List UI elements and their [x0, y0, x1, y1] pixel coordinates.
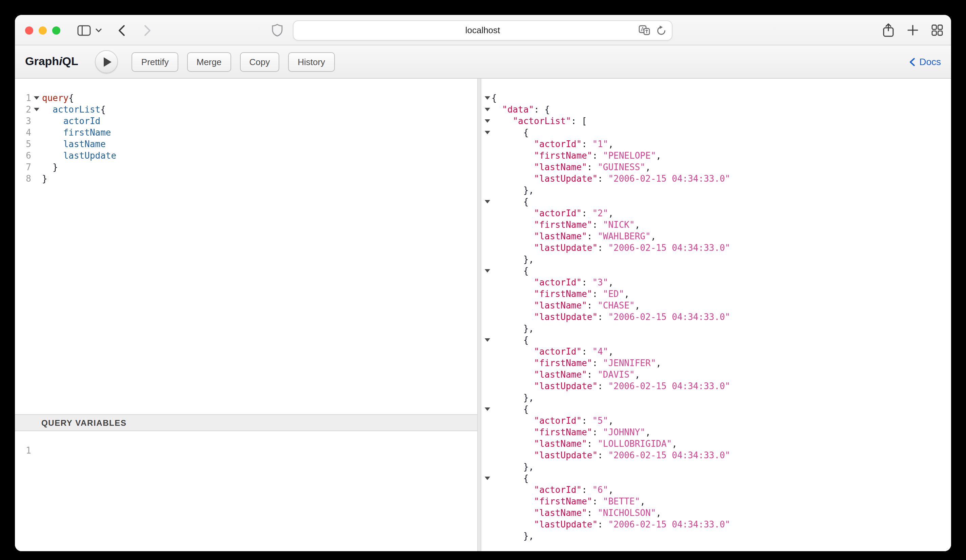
- copy-button[interactable]: Copy: [240, 52, 279, 72]
- variables-editor[interactable]: 1: [15, 431, 477, 551]
- fold-arrow-icon[interactable]: [34, 108, 39, 111]
- fold-gutter: [483, 173, 491, 184]
- code-line: },: [483, 530, 951, 542]
- browser-titlebar: localhost A: [15, 15, 951, 46]
- fold-gutter: [483, 161, 491, 173]
- code-line: },: [483, 392, 951, 403]
- code-line: 7 }: [15, 161, 477, 173]
- share-icon[interactable]: [882, 23, 894, 37]
- translate-icon[interactable]: A: [639, 25, 650, 35]
- fold-arrow-icon[interactable]: [485, 407, 490, 411]
- code-text: },: [491, 184, 534, 196]
- code-line: "firstName": "PENELOPE",: [483, 150, 951, 161]
- fold-arrow-icon[interactable]: [485, 200, 490, 204]
- new-tab-icon[interactable]: [907, 25, 918, 36]
- zoom-window-button[interactable]: [52, 26, 60, 34]
- code-line: },: [483, 461, 951, 473]
- code-line: },: [483, 323, 951, 334]
- close-window-button[interactable]: [25, 26, 33, 34]
- code-line: "lastUpdate": "2006-02-15 04:34:33.0": [483, 450, 951, 461]
- code-text: "lastUpdate": "2006-02-15 04:34:33.0": [491, 519, 730, 530]
- fold-gutter: [483, 127, 491, 138]
- code-line: "lastUpdate": "2006-02-15 04:34:33.0": [483, 380, 951, 392]
- browser-window: localhost A: [15, 15, 951, 551]
- address-bar[interactable]: localhost A: [293, 20, 672, 40]
- query-editor[interactable]: 1query{2 actorList{3 actorId4 firstName5…: [15, 79, 477, 414]
- fold-arrow-icon[interactable]: [485, 119, 490, 123]
- code-line: 8}: [15, 173, 477, 184]
- fold-gutter: [31, 127, 42, 138]
- line-number: 3: [15, 115, 31, 127]
- fold-gutter: [31, 173, 42, 184]
- prettify-button[interactable]: Prettify: [132, 52, 178, 72]
- play-icon: [104, 57, 112, 67]
- execute-button[interactable]: [95, 50, 118, 73]
- code-text: "lastName": "LOLLOBRIGIDA",: [491, 438, 677, 450]
- code-line: "lastName": "WAHLBERG",: [483, 230, 951, 242]
- fold-arrow-icon[interactable]: [485, 338, 490, 342]
- address-bar-icons: A: [639, 21, 666, 39]
- address-text: localhost: [465, 25, 500, 35]
- fold-gutter: [483, 311, 491, 323]
- code-text: query{: [42, 92, 74, 104]
- docs-link[interactable]: Docs: [909, 56, 941, 67]
- line-number: 6: [15, 150, 31, 161]
- fold-gutter: [483, 473, 491, 484]
- fold-gutter: [483, 150, 491, 161]
- chevron-left-icon: [909, 57, 915, 66]
- code-line: 5 lastName: [15, 138, 477, 150]
- code-text: "data": {: [491, 104, 550, 115]
- shield-icon[interactable]: [272, 15, 283, 46]
- code-line: "actorId": "3",: [483, 277, 951, 288]
- code-text: },: [491, 323, 534, 334]
- code-text: "lastName": "NICHOLSON",: [491, 507, 661, 519]
- merge-button[interactable]: Merge: [187, 52, 231, 72]
- fold-gutter: [483, 184, 491, 196]
- code-text: lastUpdate: [42, 150, 116, 161]
- code-line: {: [483, 403, 951, 415]
- fold-arrow-icon[interactable]: [485, 269, 490, 273]
- forward-icon[interactable]: [144, 15, 151, 46]
- code-line: "lastUpdate": "2006-02-15 04:34:33.0": [483, 519, 951, 530]
- chevron-down-icon[interactable]: [95, 28, 102, 32]
- reload-icon[interactable]: [656, 25, 666, 36]
- fold-gutter: [483, 265, 491, 277]
- fold-arrow-icon[interactable]: [34, 96, 39, 100]
- screen: localhost A: [0, 0, 966, 560]
- code-text: "actorId": "6",: [491, 484, 613, 496]
- fold-arrow-icon[interactable]: [485, 96, 490, 100]
- variables-editor-lines: 1: [15, 445, 477, 456]
- code-text: "actorList": [: [491, 115, 587, 127]
- code-line: 6 lastUpdate: [15, 150, 477, 161]
- code-text: "actorId": "1",: [491, 138, 613, 150]
- fold-gutter: [483, 138, 491, 150]
- code-line: "actorId": "6",: [483, 484, 951, 496]
- fold-gutter: [31, 115, 42, 127]
- fold-gutter: [483, 104, 491, 115]
- sidebar-controls: [77, 15, 102, 46]
- line-number: 7: [15, 161, 31, 173]
- code-text: {: [491, 196, 529, 207]
- code-text: },: [491, 530, 534, 542]
- tab-overview-icon[interactable]: [932, 25, 943, 36]
- code-text: "lastUpdate": "2006-02-15 04:34:33.0": [491, 242, 730, 254]
- line-number: 1: [15, 92, 31, 104]
- minimize-window-button[interactable]: [39, 26, 47, 34]
- sidebar-toggle-icon[interactable]: [77, 25, 91, 36]
- fold-arrow-icon[interactable]: [485, 131, 490, 134]
- line-number: 2: [15, 104, 31, 115]
- back-icon[interactable]: [118, 15, 125, 46]
- code-text: "firstName": "ED",: [491, 288, 629, 300]
- code-line: {: [483, 265, 951, 277]
- code-line: "firstName": "JOHNNY",: [483, 427, 951, 438]
- fold-gutter: [483, 415, 491, 427]
- query-variables-header[interactable]: QUERY VARIABLES: [15, 414, 477, 431]
- fold-gutter: [31, 445, 42, 456]
- fold-arrow-icon[interactable]: [485, 108, 490, 111]
- pane-resize-handle[interactable]: [477, 79, 481, 551]
- graphiql-toolbar: GraphiQL Prettify Merge Copy History Doc…: [15, 46, 951, 79]
- fold-arrow-icon[interactable]: [485, 476, 490, 480]
- fold-gutter: [483, 427, 491, 438]
- history-button[interactable]: History: [288, 52, 335, 72]
- code-text: "firstName": "BETTE",: [491, 496, 646, 507]
